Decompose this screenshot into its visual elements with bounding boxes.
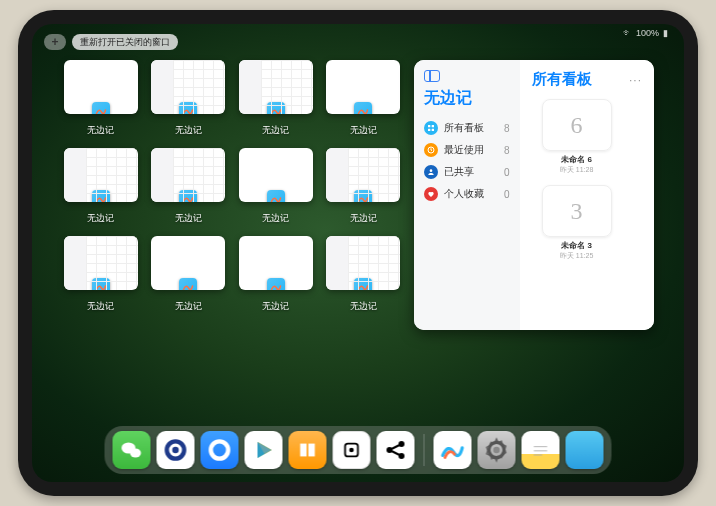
thumbnail-preview (326, 60, 400, 114)
dock-app-connect[interactable] (377, 431, 415, 469)
window-label: 无边记 (350, 212, 377, 225)
svg-point-7 (130, 449, 141, 458)
thumbnail-preview (326, 148, 400, 202)
screen: ᯤ 100% ▮ + 重新打开已关闭的窗口 无边记无边记无边记无边记无边记无边记… (32, 24, 684, 482)
dock-app-app-library[interactable] (566, 431, 604, 469)
window-label: 无边记 (262, 212, 289, 225)
status-bar: ᯤ 100% ▮ (623, 28, 668, 38)
sidebar-item[interactable]: 个人收藏0 (424, 183, 510, 205)
more-icon[interactable]: ··· (629, 73, 642, 87)
svg-rect-0 (428, 125, 430, 127)
sidebar-item-label: 已共享 (444, 165, 474, 179)
board-name: 未命名 6 (561, 154, 592, 165)
thumbnail-preview (64, 60, 138, 114)
freeform-icon (92, 102, 110, 114)
freeform-icon (267, 102, 285, 114)
board-card[interactable]: 6未命名 6昨天 11:28 (532, 99, 622, 175)
sidebar-item-label: 个人收藏 (444, 187, 484, 201)
svg-point-16 (493, 447, 500, 454)
board-thumbnail: 3 (542, 185, 612, 237)
sidebar-item-count: 8 (504, 123, 510, 134)
focused-window[interactable]: 无边记 所有看板8最近使用8已共享0个人收藏0 所有看板 ··· 6未命名 6昨… (414, 60, 654, 330)
dock (105, 426, 612, 474)
thumbnail-preview (64, 236, 138, 290)
thumbnail-preview (151, 236, 225, 290)
svg-rect-2 (428, 129, 430, 131)
window-thumbnail[interactable]: 无边记 (237, 148, 315, 228)
battery-icon: ▮ (663, 28, 668, 38)
thumbnail-preview (151, 60, 225, 114)
plus-icon: + (51, 35, 58, 49)
top-controls: + 重新打开已关闭的窗口 (44, 34, 178, 50)
sidebar-item[interactable]: 最近使用8 (424, 139, 510, 161)
dock-app-wechat[interactable] (113, 431, 151, 469)
svg-rect-3 (432, 129, 434, 131)
dock-app-books[interactable] (289, 431, 327, 469)
battery-label: 100% (636, 28, 659, 38)
window-thumbnail[interactable]: 无边记 (325, 148, 403, 228)
window-thumbnail[interactable]: 无边记 (62, 60, 140, 140)
dock-app-notes[interactable] (522, 431, 560, 469)
board-name: 未命名 3 (561, 240, 592, 251)
ipad-frame: ᯤ 100% ▮ + 重新打开已关闭的窗口 无边记无边记无边记无边记无边记无边记… (18, 10, 698, 496)
freeform-icon (354, 278, 372, 290)
window-label: 无边记 (350, 124, 377, 137)
sidebar-item-count: 8 (504, 145, 510, 156)
window-label: 无边记 (175, 124, 202, 137)
freeform-icon (354, 190, 372, 202)
sidebar: 无边记 所有看板8最近使用8已共享0个人收藏0 (414, 60, 520, 330)
dock-app-freeform[interactable] (434, 431, 472, 469)
thumbnail-preview (239, 148, 313, 202)
window-thumbnail[interactable]: 无边记 (150, 60, 228, 140)
sidebar-toggle-icon[interactable] (424, 70, 440, 82)
window-grid: 无边记无边记无边记无边记无边记无边记无边记无边记无边记无边记无边记无边记 (62, 60, 402, 418)
expose-area: 无边记无边记无边记无边记无边记无边记无边记无边记无边记无边记无边记无边记 无边记… (62, 60, 654, 418)
sidebar-item-count: 0 (504, 167, 510, 178)
sidebar-title: 无边记 (424, 88, 510, 109)
thumbnail-preview (64, 148, 138, 202)
svg-point-12 (349, 448, 354, 453)
window-thumbnail[interactable]: 无边记 (237, 60, 315, 140)
sidebar-item[interactable]: 所有看板8 (424, 117, 510, 139)
sidebar-item[interactable]: 已共享0 (424, 161, 510, 183)
freeform-icon (267, 278, 285, 290)
sidebar-item-label: 所有看板 (444, 121, 484, 135)
freeform-icon (179, 102, 197, 114)
freeform-icon (179, 190, 197, 202)
window-label: 无边记 (262, 124, 289, 137)
freeform-icon (267, 190, 285, 202)
board-timestamp: 昨天 11:25 (560, 251, 593, 261)
wifi-icon: ᯤ (623, 28, 632, 38)
board-card[interactable]: 3未命名 3昨天 11:25 (532, 185, 622, 261)
dock-app-settings[interactable] (478, 431, 516, 469)
window-thumbnail[interactable]: 无边记 (237, 236, 315, 316)
window-thumbnail[interactable]: 无边记 (62, 236, 140, 316)
thumbnail-preview (239, 236, 313, 290)
heart-icon (424, 187, 438, 201)
window-label: 无边记 (87, 124, 114, 137)
dock-app-play[interactable] (245, 431, 283, 469)
dock-app-quark-white[interactable] (157, 431, 195, 469)
grid-icon (424, 121, 438, 135)
dock-app-quark-blue[interactable] (201, 431, 239, 469)
window-thumbnail[interactable]: 无边记 (325, 236, 403, 316)
board-timestamp: 昨天 11:28 (560, 165, 593, 175)
dock-app-dice[interactable] (333, 431, 371, 469)
freeform-icon (179, 278, 197, 290)
window-thumbnail[interactable]: 无边记 (150, 236, 228, 316)
window-thumbnail[interactable]: 无边记 (325, 60, 403, 140)
window-thumbnail[interactable]: 无边记 (62, 148, 140, 228)
reopen-closed-window-button[interactable]: 重新打开已关闭的窗口 (72, 34, 178, 50)
freeform-icon (92, 190, 110, 202)
content-pane: 所有看板 ··· 6未命名 6昨天 11:283未命名 3昨天 11:25 (520, 60, 654, 330)
window-label: 无边记 (175, 300, 202, 313)
svg-point-10 (211, 441, 228, 458)
sidebar-item-label: 最近使用 (444, 143, 484, 157)
window-label: 无边记 (175, 212, 202, 225)
window-label: 无边记 (87, 300, 114, 313)
svg-rect-1 (432, 125, 434, 127)
window-thumbnail[interactable]: 无边记 (150, 148, 228, 228)
new-window-button[interactable]: + (44, 34, 66, 50)
window-label: 无边记 (350, 300, 377, 313)
thumbnail-preview (326, 236, 400, 290)
